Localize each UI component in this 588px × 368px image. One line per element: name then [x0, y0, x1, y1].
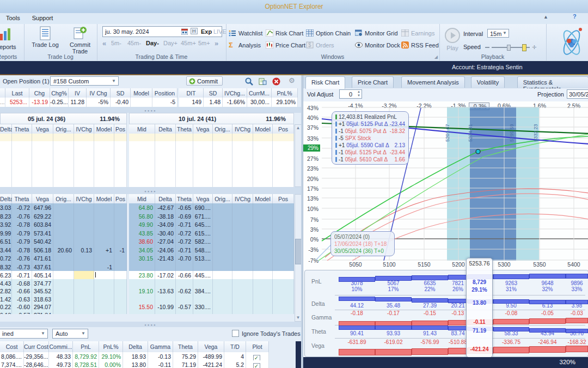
windows-item-rss-feed[interactable]: RSS Feed: [401, 41, 439, 50]
search-icon[interactable]: [245, 77, 253, 87]
table-row[interactable]: [0, 156, 127, 164]
risk-chart-area[interactable]: -4.1%-3.2%-2.2%-1.3%-0.3%0.6%1.6%2.5% 43…: [303, 101, 588, 270]
tab-movement-analysis[interactable]: Movement Analysis: [401, 76, 465, 88]
strategy-select[interactable]: #158 Custom ▼: [50, 76, 119, 86]
export-icon[interactable]: [259, 77, 267, 87]
ignore-trades-checkbox[interactable]: [232, 330, 239, 337]
option-row[interactable]: 8.32-0.73437.61-1: [0, 263, 301, 272]
menu-item-tools[interactable]: Tools: [0, 13, 26, 21]
table-row[interactable]: [0, 164, 127, 172]
gear-icon[interactable]: ⚙: [289, 76, 295, 85]
commit-button[interactable]: Commit: [186, 76, 223, 86]
tab-statistics-fundamentals[interactable]: Statistics & Fundamentals: [517, 76, 588, 88]
speed-plus[interactable]: ✛: [532, 44, 536, 50]
table-row[interactable]: [0, 134, 127, 141]
group-expand-icon[interactable]: ◢: [434, 55, 438, 59]
splitter-handle[interactable]: ●●●●: [0, 322, 301, 327]
cell: [273, 295, 294, 303]
option-row[interactable]: 3.92-0.78603.8449.90-34.09-0.71645....: [0, 220, 301, 229]
scrollbar[interactable]: [295, 124, 301, 187]
windows-item-watchlist[interactable]: Watchlist: [229, 29, 262, 38]
cell: [74, 149, 94, 156]
option-row[interactable]: 3.03-0.72647.9664.80-42.67-0.65690....: [0, 203, 301, 212]
table-row[interactable]: [129, 156, 294, 164]
table-row[interactable]: [129, 164, 294, 172]
table-row[interactable]: 7,374....-28,646...49.738,728.510.00%13.…: [0, 360, 296, 368]
splitter-handle[interactable]: ●●●●: [0, 187, 301, 194]
option-row[interactable]: 6.51-0.79540.4238.60-27.04-0.72582....: [0, 237, 301, 246]
option-row[interactable]: 9.18-0.57271.84: [0, 311, 301, 314]
windows-item-analysis[interactable]: ΣAnalysis: [229, 41, 261, 50]
windows-item-price-chart[interactable]: Price Chart: [266, 41, 305, 50]
projection-date-input[interactable]: 30/05/20: [567, 89, 588, 99]
nav-item-45m+[interactable]: 45m+: [181, 40, 196, 46]
option-row[interactable]: 3.44-0.78506.1820.600.13+1-134.05-24.06-…: [0, 246, 301, 255]
calendar-icon[interactable]: [181, 28, 188, 36]
option-row[interactable]: 1.42-0.63318.63: [0, 295, 301, 303]
cell: [131, 98, 152, 107]
nav-next-icon[interactable]: »: [215, 39, 218, 47]
time-picker-icon[interactable]: H: [191, 28, 198, 34]
table-row[interactable]: [129, 179, 294, 187]
nav-item-Day+[interactable]: Day+: [163, 40, 177, 46]
column-header: PnL: [73, 341, 99, 352]
option-row[interactable]: 0.72-0.76471.6130.15-21.43-0.70513....: [0, 254, 301, 263]
nav-item-45m-[interactable]: 45m-: [127, 40, 141, 46]
table-row[interactable]: [0, 172, 127, 179]
commit-trade-button[interactable]: Commit Trade: [64, 26, 96, 55]
vol-adjust-stepper[interactable]: 0 ▲▼: [339, 89, 362, 99]
windows-item-monitor-grid[interactable]: Monitor Grid: [355, 29, 398, 38]
table-row[interactable]: [0, 149, 127, 156]
tab-risk-chart[interactable]: Risk Chart: [305, 76, 345, 89]
scroll-up-icon[interactable]: ▲: [295, 125, 301, 130]
tab-price-chart[interactable]: Price Chart: [352, 76, 394, 88]
table-row[interactable]: [0, 179, 127, 187]
nav-prev-icon[interactable]: «: [102, 39, 106, 47]
scrollbar-thumb[interactable]: [295, 239, 301, 264]
table-row[interactable]: [129, 172, 294, 179]
table-row[interactable]: [129, 134, 294, 141]
table-row[interactable]: 1491.48-1.66%30,00...29.10%: [179, 98, 298, 107]
greek-bar: [529, 274, 566, 279]
speed-slider-thumb[interactable]: [522, 44, 526, 51]
option-row[interactable]: 0.22-0.60294.0715.50-10.99-0.57330....: [0, 303, 301, 310]
cell: [94, 303, 114, 310]
trading-date-input[interactable]: ju. 30 may. 2024 H Exp LIVE: [102, 26, 222, 37]
speed-minus[interactable]: [485, 47, 489, 48]
option-row[interactable]: 9.99-0.79573.4143.85-30.40-0.72615....: [0, 229, 301, 238]
reports-icon[interactable]: [0, 27, 13, 43]
table-row[interactable]: [129, 149, 294, 156]
plot-checkbox[interactable]: ✓: [253, 355, 260, 360]
windows-item-option-chain[interactable]: Option Chain: [306, 29, 351, 38]
plot-cell: ✓: [246, 352, 269, 360]
scroll-down-icon[interactable]: ▼: [295, 315, 301, 320]
play-button[interactable]: Play: [443, 27, 462, 51]
option-row[interactable]: 2.82-0.66345.5219.10-13.63-0.62384....: [0, 287, 301, 294]
nav-item-Day-[interactable]: Day-: [146, 40, 159, 46]
nav-item-5m-[interactable]: 5m-: [111, 40, 121, 46]
trade-log-button[interactable]: Trade Log: [28, 26, 62, 48]
row-right: [129, 279, 294, 287]
menu-item-support[interactable]: Support: [26, 13, 59, 21]
nav-item-5m+[interactable]: 5m+: [198, 40, 210, 46]
interval-select[interactable]: 15m▼: [487, 29, 509, 38]
table-row[interactable]: [0, 141, 127, 149]
option-row[interactable]: 4.43-0.68374.77: [0, 279, 301, 287]
x-axis-label: 5050: [346, 261, 365, 268]
auto-select[interactable]: Auto ▼: [52, 329, 88, 339]
combined-select[interactable]: ined ▼: [0, 329, 48, 339]
panel-splitter[interactable]: [301, 75, 303, 368]
row-divider: [335, 295, 585, 295]
splitter-handle[interactable]: ●●●●: [0, 107, 301, 113]
row-right: 23.80-17.02-0.66445....: [129, 271, 294, 279]
windows-item-risk-chart[interactable]: Risk Chart: [266, 29, 303, 38]
plot-checkbox[interactable]: ✓: [253, 363, 260, 368]
table-row[interactable]: [129, 141, 294, 149]
position-legend[interactable]: 12,403.81 Realized PnL +1 05jul. 5125 Pu…: [332, 111, 409, 165]
close-icon[interactable]: [272, 77, 280, 87]
option-row[interactable]: 6.23-0.71405.1423.80-17.02-0.66445....: [0, 271, 301, 279]
tab-volatility[interactable]: Volatility: [471, 76, 505, 88]
option-row[interactable]: 8.23-0.76629.2256.80-38.18-0.69671....: [0, 212, 301, 221]
windows-item-monitor-dock[interactable]: Monitor Dock: [355, 41, 400, 50]
table-row[interactable]: 8,086....-29,356...48.338,729.9229.10%18…: [0, 352, 296, 360]
